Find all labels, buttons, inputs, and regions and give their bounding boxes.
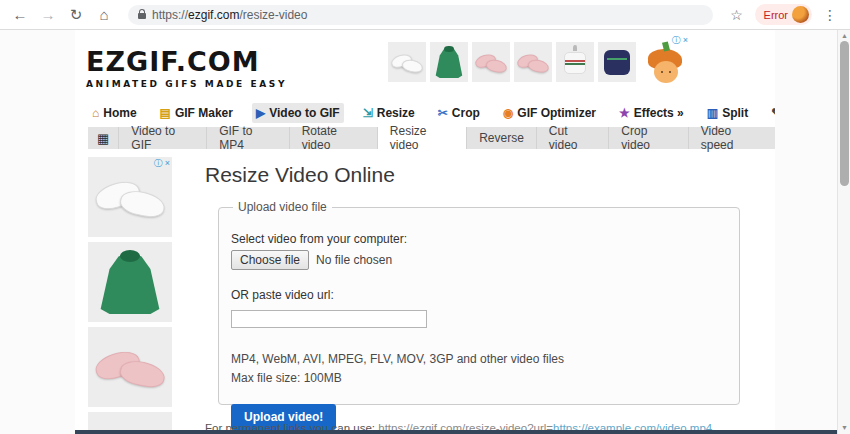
hood-shape — [444, 46, 453, 52]
nav-item-crop[interactable]: ✂Crop — [434, 103, 484, 123]
nav-item-video-to-gif[interactable]: ▶Video to GIF — [252, 103, 344, 123]
hood-shape — [120, 250, 140, 262]
ad-product-white-shoes[interactable] — [388, 42, 426, 82]
ad-mascot-orange-character[interactable]: ⓘ × — [646, 42, 686, 86]
ad-product-pink-ballet-flats[interactable] — [88, 327, 172, 407]
ad-product-navy-sweater[interactable] — [598, 42, 636, 82]
formats-line: MP4, WebM, AVI, MPEG, FLV, MOV, 3GP and … — [231, 350, 727, 369]
bookmark-star-icon[interactable]: ☆ — [727, 8, 747, 22]
choose-file-button[interactable]: Choose file — [231, 250, 309, 270]
browser-menu-icon[interactable]: ⋮ — [820, 8, 840, 22]
scroll-down-icon[interactable]: ▼ — [838, 422, 850, 434]
reload-icon[interactable]: ↻ — [66, 7, 86, 22]
sidebar-ad-column: ⓘ × — [88, 157, 172, 434]
nav-label: Video to GIF — [269, 106, 339, 120]
main-navigation: ⌂Home ▤GIF Maker ▶Video to GIF ⇲Resize ✂… — [88, 103, 775, 123]
supported-formats-text: MP4, WebM, AVI, MPEG, FLV, MOV, 3GP and … — [231, 350, 727, 387]
lock-icon — [138, 13, 146, 19]
mascot-eye — [669, 71, 671, 73]
tab-rotate-video[interactable]: Rotate video — [289, 127, 377, 149]
browser-toolbar: ← → ↻ ⌂ https://ezgif.com/resize-video ☆… — [0, 0, 850, 30]
ad-product-pink-shoes[interactable] — [514, 42, 552, 82]
home-icon: ⌂ — [92, 107, 99, 119]
nav-item-home[interactable]: ⌂Home — [88, 103, 141, 123]
no-file-chosen-text: No file chosen — [316, 253, 392, 267]
adchoices-close-icon[interactable]: × — [683, 36, 688, 45]
shoe-shape — [485, 58, 508, 74]
sweater-shape — [564, 52, 587, 74]
adchoices-close-icon[interactable]: × — [165, 159, 170, 168]
tab-cut-video[interactable]: Cut video — [536, 127, 609, 149]
ad-product-striped-sweater[interactable] — [556, 42, 594, 82]
adchoices-controls: ⓘ × — [154, 159, 170, 168]
max-size-line: Max file size: 100MB — [231, 369, 727, 388]
nav-label: GIF Optimizer — [517, 106, 596, 120]
nav-item-add-text[interactable]: ✎Add text — [767, 103, 775, 123]
adchoices-info-icon[interactable]: ⓘ — [672, 36, 681, 45]
nav-item-resize[interactable]: ⇲Resize — [359, 103, 419, 123]
add-text-icon: ✎ — [771, 107, 775, 119]
sweater-shape — [604, 50, 630, 75]
gif-maker-icon: ▤ — [160, 107, 171, 119]
split-icon: ▥ — [707, 107, 718, 119]
ad-product-green-hoodie[interactable] — [430, 42, 468, 82]
nav-label: Crop — [452, 106, 480, 120]
nav-item-gif-maker[interactable]: ▤GIF Maker — [156, 103, 237, 123]
video-to-gif-icon: ▶ — [256, 107, 265, 119]
effects-icon: ★ — [619, 107, 630, 119]
optimizer-icon: ◉ — [503, 107, 513, 119]
resize-icon: ⇲ — [363, 107, 373, 119]
shoe-shape — [118, 188, 167, 221]
nav-item-effects[interactable]: ★Effects » — [615, 103, 688, 123]
page-title: Resize Video Online — [205, 163, 395, 187]
nav-item-split[interactable]: ▥Split — [703, 103, 752, 123]
upload-video-fieldset: Upload video file Select video from your… — [218, 200, 740, 405]
mascot-sprout — [662, 41, 670, 51]
mascot-face — [654, 61, 678, 83]
clapperboard-icon[interactable]: ▦ — [88, 127, 118, 149]
shoe-shape — [118, 358, 167, 391]
nav-label: Split — [722, 106, 748, 120]
url-text: https://ezgif.com/resize-video — [152, 8, 307, 22]
logo-title: EZGIF.COM — [86, 47, 287, 77]
shoe-shape — [401, 58, 424, 74]
nav-label: Effects » — [634, 106, 684, 120]
extension-error-badge[interactable]: Error — [755, 4, 812, 25]
ad-product-pink-ballet-flats[interactable] — [472, 42, 510, 82]
shoe-shape — [527, 58, 550, 74]
site-logo[interactable]: EZGIF.COM ANIMATED GIFS MADE EASY — [86, 46, 287, 89]
hanger-shape — [573, 45, 577, 51]
video-url-input[interactable] — [231, 310, 427, 328]
address-bar[interactable]: https://ezgif.com/resize-video — [128, 5, 713, 25]
page-body: EZGIF.COM ANIMATED GIFS MADE EASY ⓘ × ⌂H… — [75, 30, 775, 434]
tab-video-speed[interactable]: Video speed — [688, 127, 775, 149]
nav-label: GIF Maker — [175, 106, 233, 120]
mascot-eye — [661, 71, 663, 73]
tab-resize-video[interactable]: Resize video — [377, 127, 466, 149]
ad-product-white-shoes[interactable]: ⓘ × — [88, 157, 172, 237]
nav-label: Resize — [377, 106, 415, 120]
scrollbar-thumb[interactable] — [840, 41, 849, 186]
bottom-edge-strip — [75, 430, 850, 434]
paste-url-label: OR paste video url: — [231, 288, 727, 302]
tab-gif-to-mp4[interactable]: GIF to MP4 — [206, 127, 288, 149]
tab-video-to-gif[interactable]: Video to GIF — [118, 127, 206, 149]
logo-tagline: ANIMATED GIFS MADE EASY — [86, 79, 287, 89]
back-icon[interactable]: ← — [10, 7, 30, 22]
top-ad-banner: ⓘ × — [388, 42, 686, 86]
page-scrollbar[interactable]: ▲ ▼ — [837, 30, 850, 434]
nav-label: Home — [103, 106, 136, 120]
select-video-label: Select video from your computer: — [231, 232, 727, 246]
fieldset-legend: Upload video file — [233, 200, 332, 214]
nav-item-gif-optimizer[interactable]: ◉GIF Optimizer — [499, 103, 600, 123]
video-tools-subnav: ▦ Video to GIF GIF to MP4 Rotate video R… — [88, 127, 775, 149]
crop-icon: ✂ — [438, 107, 448, 119]
profile-avatar[interactable] — [792, 6, 809, 23]
tab-crop-video[interactable]: Crop video — [608, 127, 687, 149]
adchoices-info-icon[interactable]: ⓘ — [154, 159, 163, 168]
file-input-row: Choose file No file chosen — [231, 250, 727, 270]
ad-product-green-hoodie[interactable] — [88, 242, 172, 322]
tab-reverse[interactable]: Reverse — [466, 127, 536, 149]
forward-icon[interactable]: → — [38, 7, 58, 22]
browser-home-icon[interactable]: ⌂ — [94, 7, 114, 22]
